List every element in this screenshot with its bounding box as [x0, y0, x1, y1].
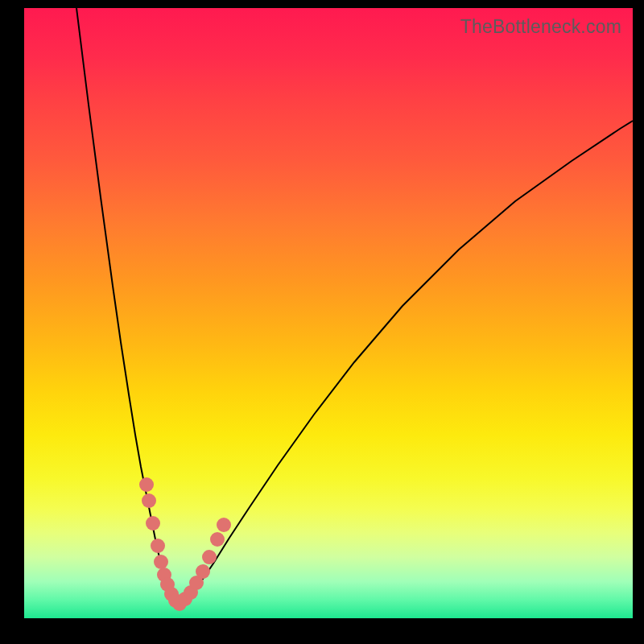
data-dot — [210, 532, 225, 547]
data-dot — [154, 555, 168, 569]
watermark-text: TheBottleneck.com — [460, 16, 621, 38]
data-dot — [202, 550, 217, 564]
data-dot — [139, 477, 154, 492]
data-dot — [196, 564, 210, 579]
data-dot — [146, 516, 160, 530]
plot-area: TheBottleneck.com — [24, 8, 633, 618]
left-curve — [76, 8, 177, 601]
data-dot — [142, 493, 156, 508]
chart-frame: TheBottleneck.com — [0, 0, 644, 644]
curve-layer — [24, 8, 633, 618]
data-dot — [217, 518, 231, 532]
right-curve — [181, 121, 633, 602]
left-dot-cluster — [139, 477, 187, 611]
right-dot-cluster — [178, 518, 231, 606]
data-dot — [151, 539, 165, 553]
